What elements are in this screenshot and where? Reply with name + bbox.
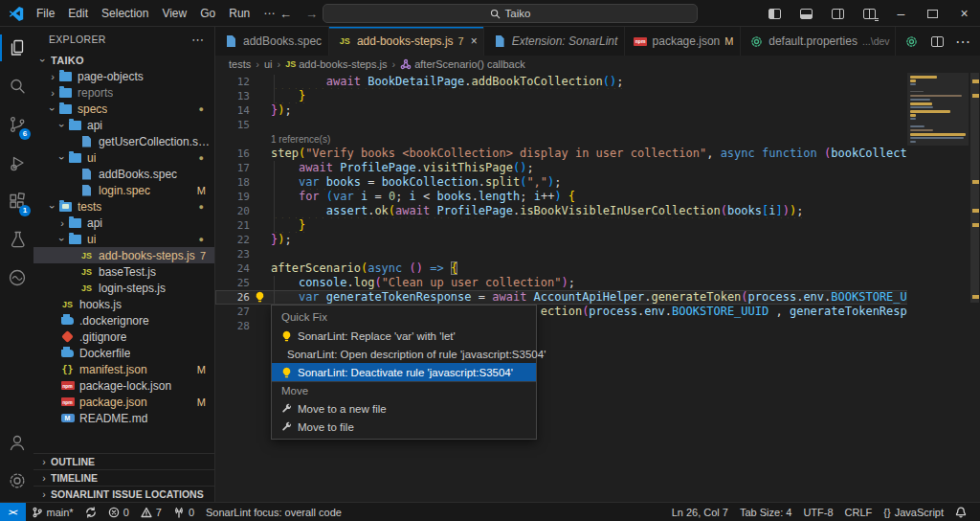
minimap[interactable] bbox=[907, 73, 969, 502]
sidebar-item-package-lock-json[interactable]: npmpackage-lock.json bbox=[33, 377, 214, 394]
section-outline[interactable]: ›OUTLINE bbox=[33, 453, 214, 469]
line-gutter[interactable]: 22 bbox=[215, 233, 271, 247]
status-item-ln-26-col-7[interactable]: Ln 26, Col 7 bbox=[666, 503, 734, 521]
quickfix-item-move-to-a-new-file[interactable]: Move to a new file bbox=[272, 399, 536, 418]
line-gutter[interactable]: 16 bbox=[215, 147, 271, 161]
breadcrumb-afterscenario-callback[interactable]: afterScenario() callback bbox=[400, 58, 525, 70]
line-gutter[interactable]: 21 bbox=[215, 218, 271, 233]
breadcrumb-tests[interactable]: tests bbox=[229, 58, 251, 70]
section-sonarlint-issue-locations[interactable]: ›SONARLINT ISSUE LOCATIONS bbox=[33, 486, 214, 502]
sidebar-item-api[interactable]: ›api bbox=[33, 215, 214, 231]
code-line-14[interactable]: 14}); bbox=[215, 103, 980, 118]
code-line-21[interactable]: 21 } bbox=[215, 218, 980, 233]
line-gutter[interactable]: 15 bbox=[215, 118, 271, 132]
quickfix-item-move-to-file[interactable]: Move to file bbox=[272, 418, 536, 436]
activity-item-account[interactable] bbox=[0, 423, 33, 462]
activity-item-gear[interactable] bbox=[0, 462, 33, 500]
code-line-15[interactable]: 15 bbox=[215, 118, 980, 132]
tab-extension-sonarlint[interactable]: Extension: SonarLint bbox=[484, 27, 625, 56]
window-control-layout-sidebar[interactable] bbox=[759, 0, 791, 27]
window-control-customize-layout[interactable] bbox=[854, 0, 885, 27]
explorer-actions-icon[interactable]: ⋯ bbox=[191, 33, 205, 47]
code-line-19[interactable]: 19 for (var i = 0; i < books.length; i++… bbox=[215, 190, 980, 204]
codelens[interactable]: 1 reference(s) bbox=[215, 132, 980, 147]
status-item-error[interactable]: 0 bbox=[102, 503, 135, 521]
split-editor-icon[interactable] bbox=[931, 36, 944, 47]
sidebar-item-ui[interactable]: ›ui● bbox=[33, 231, 214, 247]
sidebar-item-hooks-js[interactable]: JShooks.js bbox=[33, 296, 214, 312]
line-gutter[interactable]: 20 bbox=[215, 204, 271, 218]
tab-close-icon[interactable]: × bbox=[471, 34, 478, 48]
status-item-remote[interactable]: >< bbox=[0, 503, 26, 521]
sidebar-item-readme-md[interactable]: MREADME.md bbox=[33, 410, 214, 426]
sidebar-item-ui[interactable]: ›ui● bbox=[33, 149, 214, 166]
code-line-22[interactable]: 22}); bbox=[215, 233, 980, 247]
line-gutter[interactable]: 17 bbox=[215, 161, 271, 175]
line-gutter[interactable]: 24 bbox=[215, 261, 271, 276]
sidebar-item-gitignore[interactable]: .gitignore bbox=[33, 328, 214, 345]
line-gutter[interactable]: 13 bbox=[215, 89, 271, 103]
code-line-24[interactable]: 24afterScenario(async () => { bbox=[215, 261, 980, 276]
back-icon[interactable]: ← bbox=[279, 7, 292, 21]
tab-addbooks-spec[interactable]: addBooks.spec bbox=[215, 27, 329, 56]
window-control-layout-sidebar-right[interactable] bbox=[822, 0, 854, 27]
window-control-layout-panel[interactable] bbox=[791, 0, 822, 27]
line-gutter[interactable]: 25 bbox=[215, 276, 271, 290]
menu-go[interactable]: Go bbox=[193, 0, 222, 27]
menu-file[interactable]: File bbox=[30, 0, 61, 27]
status-item-bell[interactable] bbox=[949, 503, 972, 521]
activity-item-files[interactable] bbox=[0, 29, 33, 67]
status-item-tab-size-4[interactable]: Tab Size: 4 bbox=[734, 503, 797, 521]
breadcrumb-ui[interactable]: ui bbox=[264, 58, 273, 70]
line-gutter[interactable]: 27 bbox=[215, 305, 271, 319]
sidebar-item-basetest-js[interactable]: JSbaseTest.js bbox=[33, 263, 214, 280]
tab-package-json[interactable]: npmpackage.jsonM bbox=[625, 27, 742, 56]
code-line-25[interactable]: 25 console.log("Clean up user collection… bbox=[215, 276, 980, 290]
status-item-branch[interactable]: main* bbox=[26, 503, 79, 521]
status-item-utf-8[interactable]: UTF-8 bbox=[797, 503, 838, 521]
forward-icon[interactable]: → bbox=[305, 7, 318, 21]
breadcrumb-add-books-steps-js[interactable]: JSadd-books-steps.js bbox=[285, 58, 387, 70]
line-gutter[interactable]: 12 bbox=[215, 75, 271, 89]
status-item-crlf[interactable]: CRLF bbox=[839, 503, 879, 521]
code-line-23[interactable]: 23 bbox=[215, 247, 980, 261]
quickfix-item-sonarlint-open-description-of-rule-javascript-s3504[interactable]: SonarLint: Open description of rule 'jav… bbox=[272, 345, 536, 363]
quickfix-item-sonarlint-replace-var-with-let[interactable]: SonarLint: Replace 'var' with 'let' bbox=[272, 327, 536, 345]
status-item-warning[interactable]: 7 bbox=[135, 503, 167, 521]
sidebar-item-dockerignore[interactable]: .dockerignore bbox=[33, 312, 214, 328]
window-control-minimize[interactable]: – bbox=[885, 0, 917, 27]
tab-default-properties[interactable]: default.properties...\dev bbox=[741, 27, 896, 56]
activity-item-beaker[interactable] bbox=[0, 220, 33, 259]
sidebar-item-page-objects[interactable]: ›page-objects bbox=[33, 68, 214, 84]
overview-ruler[interactable] bbox=[969, 73, 980, 502]
code-line-17[interactable]: 17 await ProfilePage.visitThisPage(); bbox=[215, 161, 980, 175]
activity-item-debug[interactable] bbox=[0, 144, 33, 182]
sidebar-item-specs[interactable]: ›specs● bbox=[33, 101, 214, 117]
activity-item-extensions[interactable]: 1 bbox=[0, 182, 33, 220]
section-timeline[interactable]: ›TIMELINE bbox=[33, 469, 214, 486]
sidebar-item-add-books-steps-js[interactable]: JSadd-books-steps.js7 bbox=[33, 247, 214, 263]
menu-[interactable]: ⋯ bbox=[256, 0, 281, 27]
code-line-12[interactable]: 12 await BookDetailPage.addBookToCollect… bbox=[215, 75, 980, 89]
line-gutter[interactable]: 26 bbox=[215, 290, 271, 305]
scrollbar-thumb[interactable] bbox=[970, 73, 979, 303]
command-center-search[interactable]: Taiko bbox=[323, 4, 698, 23]
sidebar-item-package-json[interactable]: npmpackage.jsonM bbox=[33, 394, 214, 410]
tab-add-books-steps-js[interactable]: JSadd-books-steps.js7× bbox=[329, 27, 484, 56]
quickfix-item-sonarlint-deactivate-rule-javascript-s3504[interactable]: SonarLint: Deactivate rule 'javascript:S… bbox=[272, 363, 536, 381]
sidebar-item-tests[interactable]: ›tests● bbox=[33, 198, 214, 215]
code-line-20[interactable]: 20 assert.ok(await ProfilePage.isBookVis… bbox=[215, 204, 980, 218]
code-line-26[interactable]: 26 var generateTokenResponse = await Acc… bbox=[215, 290, 980, 305]
activity-item-search[interactable] bbox=[0, 67, 33, 105]
status-item-sync[interactable] bbox=[79, 503, 102, 521]
status-item-curly[interactable]: {}JavaScript bbox=[878, 503, 949, 521]
status-item-sonarlint-focus-overall-code[interactable]: SonarLint focus: overall code bbox=[200, 503, 347, 521]
code-line-16[interactable]: 16step("Verify books <bookCollection> di… bbox=[215, 147, 980, 161]
line-gutter[interactable]: 14 bbox=[215, 103, 271, 118]
sidebar-item-login-steps-js[interactable]: JSlogin-steps.js bbox=[33, 280, 214, 296]
quickfix-lightbulb-icon[interactable] bbox=[255, 291, 265, 303]
menu-view[interactable]: View bbox=[155, 0, 193, 27]
window-control-restore[interactable] bbox=[917, 0, 948, 27]
line-gutter[interactable]: 18 bbox=[215, 175, 271, 190]
code-editor[interactable]: 12 await BookDetailPage.addBookToCollect… bbox=[215, 73, 980, 502]
